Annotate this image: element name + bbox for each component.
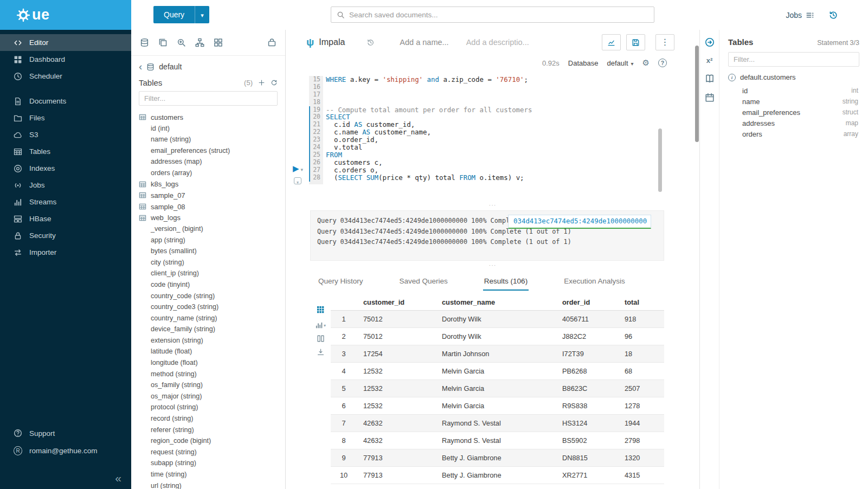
sidebar-item-tables[interactable]: Tables [0,143,131,160]
column-item[interactable]: protocol (string) [139,402,285,413]
settings-gear-icon[interactable]: ⚙ [642,59,650,67]
right-filter-input[interactable] [728,52,859,67]
sql-editor[interactable]: 1516171819202122232425262728 WHERE a.key… [309,76,698,184]
save-button[interactable] [626,34,645,50]
hierarchy-icon[interactable] [195,38,204,47]
editor-settings-button[interactable]: ▾ [294,177,301,184]
tab-query-history[interactable]: Query History [317,274,364,291]
jobs-link[interactable]: Jobs [786,11,814,20]
resize-handle[interactable] [286,203,699,209]
query-description-input[interactable]: Add a descriptio... [466,38,529,47]
query-name-input[interactable]: Add a name... [400,38,448,47]
table-item-k8s-logs[interactable]: k8s_logs [139,179,285,190]
database-select[interactable]: default ▾ [607,59,633,67]
column-item[interactable]: ordersarray [728,128,859,139]
column-item[interactable]: namestring [728,96,859,107]
column-item[interactable]: device_family (string) [139,324,285,335]
column-item[interactable]: app (string) [139,235,285,246]
column-item[interactable]: id (int) [139,123,285,134]
sidebar-item-streams[interactable]: Streams [0,194,131,210]
column-item[interactable]: os_major (string) [139,391,285,402]
column-item[interactable]: country_code (string) [139,291,285,302]
main-scrollbar[interactable] [695,46,699,142]
sidebar-item-files[interactable]: Files [0,110,131,126]
column-item[interactable]: url (string) [139,480,285,489]
column-item[interactable]: os_family (string) [139,379,285,391]
tab-saved-queries[interactable]: Saved Queries [398,274,449,291]
column-item[interactable]: bytes (smallint) [139,246,285,257]
execute-button[interactable]: ▶ [293,164,299,173]
sidebar-item-indexes[interactable]: Indexes [0,160,131,177]
sidebar-item-security[interactable]: Security [0,227,131,244]
column-item[interactable]: addresses (map) [139,156,285,168]
column-item[interactable]: country_code3 (string) [139,301,285,313]
search-input[interactable] [349,11,648,19]
table-item-sample-08[interactable]: sample_08 [139,201,285,213]
column-item[interactable]: referer (string) [139,424,285,436]
active-table-name[interactable]: default.customers [740,73,796,81]
column-item[interactable]: email_preferencesstruct [728,107,859,118]
column-item[interactable]: record (string) [139,413,285,424]
help-icon[interactable]: ? [658,59,667,67]
schedule-icon[interactable] [705,93,715,102]
more-actions-button[interactable]: ⋮ [655,34,674,50]
hue-logo[interactable]: ue [0,0,131,30]
grid-view-icon[interactable] [317,306,325,314]
column-item[interactable]: country_name (string) [139,313,285,324]
column-item[interactable]: orders (array) [139,168,285,179]
sidebar-item-documents[interactable]: Documents [0,93,131,110]
sidebar-item-dashboard[interactable]: Dashboard [0,51,131,68]
add-table-icon[interactable] [258,79,265,86]
documents-icon[interactable] [158,38,168,47]
column-item[interactable]: method (string) [139,369,285,380]
table-filter-input[interactable] [139,91,278,106]
sidebar-item-romain-gethue-com[interactable]: Rromain@gethue.com [0,442,131,459]
refresh-icon[interactable] [271,79,278,86]
examples-icon[interactable] [267,38,277,47]
tab-results-106[interactable]: Results (106) [483,274,529,291]
column-item[interactable]: longitude (float) [139,357,285,369]
column-header-total[interactable]: total [618,294,664,311]
column-item[interactable]: time (string) [139,469,285,480]
tab-execution-analysis[interactable]: Execution Analysis [563,274,626,291]
column-item[interactable]: subapp (string) [139,458,285,469]
query-id-tooltip[interactable]: 034d413ec7474ed5:4249de1000000000 [508,215,651,229]
query-history-icon[interactable] [828,10,838,20]
sidebar-item-importer[interactable]: Importer [0,244,131,261]
column-item[interactable]: _version_ (bigint) [139,223,285,235]
language-reference-icon[interactable] [705,74,715,83]
search-icon[interactable] [177,38,186,47]
databases-icon[interactable] [140,38,149,47]
columns-icon[interactable] [317,334,325,343]
column-item[interactable]: client_ip (string) [139,268,285,279]
query-dropdown-button[interactable]: ▾ [195,6,209,23]
column-header-order-id[interactable]: order_id [556,294,618,311]
column-item[interactable]: name (string) [139,134,285,145]
sidebar-item-scheduler[interactable]: Scheduler [0,68,131,85]
table-item-sample-07[interactable]: sample_07 [139,190,285,201]
resize-handle[interactable] [286,263,699,269]
database-breadcrumb[interactable]: default [159,62,182,71]
column-item[interactable]: idint [728,85,859,96]
download-icon[interactable] [317,348,325,356]
execute-options-caret[interactable]: ▾ [301,164,304,173]
column-item[interactable]: email_preferences (struct) [139,145,285,157]
query-button[interactable]: Query [153,6,195,23]
column-item[interactable]: latitude (float) [139,346,285,357]
apps-icon[interactable] [214,38,223,47]
column-item[interactable]: region_code (bigint) [139,435,285,447]
assistant-icon[interactable] [705,37,715,47]
column-item[interactable]: addressesmap [728,118,859,128]
sidebar-item-s3[interactable]: S3 [0,126,131,143]
chart-view-button[interactable]: ▾ [315,319,326,329]
functions-icon[interactable]: x² [706,56,713,65]
column-item[interactable]: city (string) [139,257,285,268]
column-header-customer-name[interactable]: customer_name [435,294,556,311]
column-item[interactable]: code (tinyint) [139,279,285,291]
back-chevron-icon[interactable]: ‹ [139,64,142,69]
sidebar-item-jobs[interactable]: Jobs [0,177,131,194]
column-item[interactable]: extension (string) [139,335,285,346]
table-item-web-logs[interactable]: web_logs [139,212,285,223]
info-icon[interactable]: i [728,74,736,81]
column-header-customer-id[interactable]: customer_id [357,294,435,311]
